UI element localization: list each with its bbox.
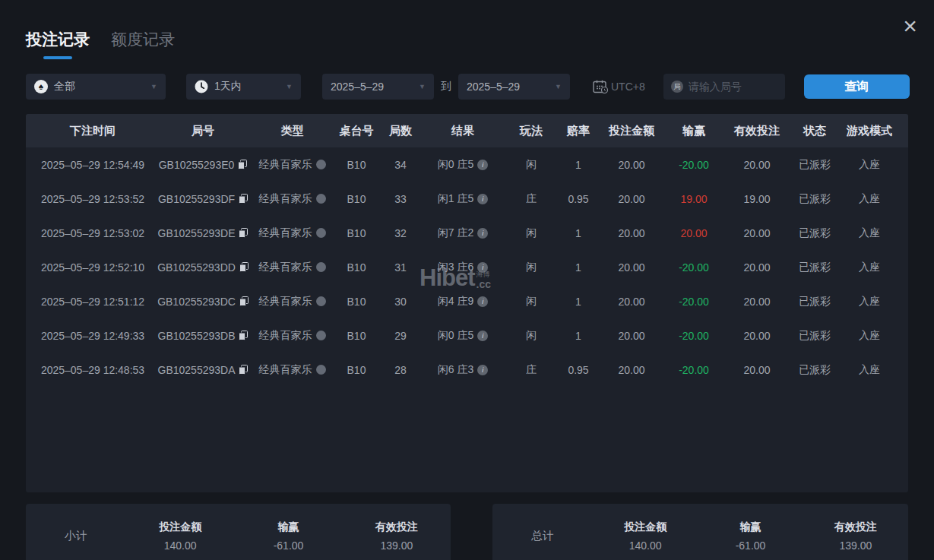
cell-win-loss: 20.00 <box>663 227 724 239</box>
cell-round-id: GB10255293DF <box>154 193 252 205</box>
table-row: 2025–05–29 12:51:12GB10255293DC经典百家乐B103… <box>26 284 908 318</box>
cell-odds: 0.95 <box>557 193 600 205</box>
game-type-select[interactable]: ♠ 全部 ▼ <box>26 74 166 100</box>
round-id-text: GB10255293DB <box>158 330 236 342</box>
game-mode-text: 入座 <box>859 363 880 377</box>
cell-bet-amount: 20.00 <box>600 227 663 239</box>
cell-bet-time: 2025–05–29 12:53:02 <box>32 227 154 239</box>
cell-result: 闲3 庄6i <box>420 261 505 274</box>
cell-round-id: GB10255293DB <box>154 330 252 342</box>
cell-round-no: 29 <box>381 330 420 342</box>
cell-status: 已派彩 <box>790 261 840 274</box>
summary-stat-label: 投注金额 <box>593 520 698 534</box>
bet-time-text: 2025–05–29 12:51:12 <box>41 296 144 308</box>
table-row: 2025–05–29 12:52:10GB10255293DD经典百家乐B103… <box>26 250 908 284</box>
copy-icon[interactable] <box>239 296 249 306</box>
clock-icon <box>195 80 208 93</box>
records-table: 下注时间局号类型桌台号局数结果玩法赔率投注金额输赢有效投注状态游戏模式 2025… <box>26 114 908 492</box>
column-header-round-id: 局号 <box>154 124 252 138</box>
chevron-down-icon: ▼ <box>150 83 157 90</box>
play-text: 闲 <box>526 329 537 343</box>
total-stats: 投注金额140.00输赢-61.00有效投注139.00 <box>593 520 908 552</box>
date-range-to-label: 到 <box>441 80 451 93</box>
copy-icon[interactable] <box>238 160 247 169</box>
total-card: 总计 投注金额140.00输赢-61.00有效投注139.00 <box>492 504 908 560</box>
cell-game-mode: 入座 <box>840 192 899 206</box>
cell-round-id: GB10255293DC <box>154 296 252 308</box>
cell-table-no: B10 <box>332 193 381 205</box>
status-text: 已派彩 <box>799 295 831 308</box>
game-type-text: 经典百家乐 <box>259 261 312 274</box>
summary-stat-label: 输赢 <box>698 520 803 534</box>
column-header-bet-time: 下注时间 <box>32 124 154 138</box>
cell-result: 闲0 庄5i <box>420 158 505 172</box>
summary-stat-value: -61.00 <box>234 539 342 552</box>
cell-play: 庄 <box>505 192 557 206</box>
summary-stat: 有效投注139.00 <box>803 520 908 552</box>
copy-icon[interactable] <box>239 194 248 204</box>
info-icon[interactable]: i <box>477 331 488 341</box>
valid-bet-text: 20.00 <box>743 261 770 274</box>
game-mode-text: 入座 <box>859 329 880 343</box>
copy-icon[interactable] <box>239 365 248 375</box>
bet-time-text: 2025–05–29 12:54:49 <box>41 159 144 171</box>
win-loss-text: 20.00 <box>680 227 707 239</box>
cell-status: 已派彩 <box>790 226 840 240</box>
summary-stat-label: 输赢 <box>234 520 342 534</box>
play-text: 庄 <box>526 192 537 206</box>
play-text: 闲 <box>526 158 537 172</box>
date-from-select[interactable]: 2025–5–29 ▼ <box>322 74 434 100</box>
play-text: 闲 <box>526 226 537 240</box>
cell-bet-time: 2025–05–29 12:53:52 <box>32 193 154 205</box>
status-text: 已派彩 <box>799 226 831 240</box>
round-no-text: 31 <box>394 261 407 274</box>
time-range-select[interactable]: 1天内 ▼ <box>186 74 301 100</box>
cell-bet-time: 2025–05–29 12:52:10 <box>32 261 154 274</box>
cell-game-mode: 入座 <box>840 295 899 308</box>
cell-result: 闲7 庄2i <box>420 226 505 240</box>
cell-table-no: B10 <box>332 159 381 171</box>
game-type-text: 经典百家乐 <box>259 158 312 172</box>
info-icon[interactable]: i <box>477 194 488 204</box>
odds-text: 1 <box>575 296 581 308</box>
cell-win-loss: -20.00 <box>663 364 724 376</box>
table-row: 2025–05–29 12:49:33GB10255293DB经典百家乐B102… <box>26 318 908 353</box>
tab-betting-records[interactable]: 投注记录 <box>26 29 90 59</box>
bet-amount-text: 20.00 <box>618 364 644 376</box>
summary-stat: 有效投注139.00 <box>343 520 451 552</box>
round-number-input[interactable] <box>689 81 777 93</box>
live-dot-icon <box>316 160 326 169</box>
copy-icon[interactable] <box>239 331 248 340</box>
cell-play: 闲 <box>505 158 557 172</box>
info-icon[interactable]: i <box>477 228 488 239</box>
result-text: 闲7 庄2 <box>438 226 473 240</box>
cell-game-type: 经典百家乐 <box>252 158 332 172</box>
bet-time-text: 2025–05–29 12:52:10 <box>41 261 144 274</box>
summary-stat-value: -61.00 <box>698 539 803 552</box>
time-range-value: 1天内 <box>214 80 242 93</box>
info-icon[interactable]: i <box>477 160 488 170</box>
info-icon[interactable]: i <box>477 365 488 375</box>
timezone-indicator: UTC+8 <box>593 80 645 94</box>
tab-quota-records[interactable]: 额度记录 <box>111 29 175 59</box>
cell-table-no: B10 <box>332 330 381 342</box>
cell-win-loss: 19.00 <box>663 193 724 205</box>
cell-bet-time: 2025–05–29 12:54:49 <box>32 159 154 171</box>
odds-text: 0.95 <box>568 193 588 205</box>
date-from-value: 2025–5–29 <box>331 81 384 93</box>
cell-play: 闲 <box>505 329 557 343</box>
win-loss-text: 19.00 <box>680 193 707 205</box>
cell-status: 已派彩 <box>790 329 840 343</box>
search-button[interactable]: 查询 <box>804 74 910 99</box>
close-icon[interactable]: × <box>903 14 917 38</box>
round-no-text: 34 <box>394 159 407 171</box>
info-icon[interactable]: i <box>477 296 488 307</box>
date-to-select[interactable]: 2025–5–29 ▼ <box>458 74 570 100</box>
cell-valid-bet: 20.00 <box>724 261 790 274</box>
summary-stat-value: 139.00 <box>343 539 451 552</box>
cell-round-no: 28 <box>381 364 420 376</box>
copy-icon[interactable] <box>239 262 249 272</box>
copy-icon[interactable] <box>239 228 248 238</box>
info-icon[interactable]: i <box>477 262 488 273</box>
cell-win-loss: -20.00 <box>663 330 724 342</box>
